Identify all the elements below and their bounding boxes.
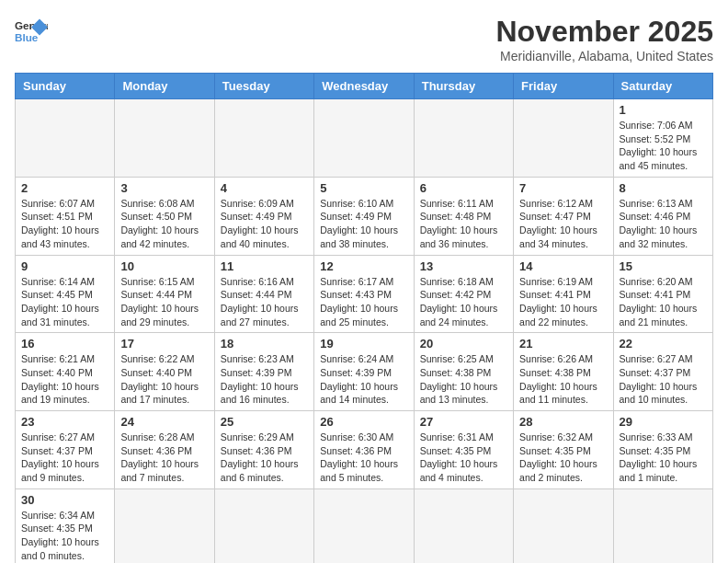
calendar-cell [115,488,214,563]
day-info: Sunrise: 6:12 AM Sunset: 4:47 PM Dayligh… [519,197,607,251]
weekday-header-wednesday: Wednesday [314,74,414,99]
day-info: Sunrise: 6:17 AM Sunset: 4:43 PM Dayligh… [320,275,407,329]
page-header: General Blue November 2025 Meridianville… [15,15,713,63]
day-number: 18 [221,337,308,350]
calendar-cell: 17Sunrise: 6:22 AM Sunset: 4:40 PM Dayli… [115,333,214,411]
calendar-week-row: 1Sunrise: 7:06 AM Sunset: 5:52 PM Daylig… [16,99,713,178]
calendar-cell [414,99,513,178]
day-number: 5 [320,181,407,195]
calendar-cell: 4Sunrise: 6:09 AM Sunset: 4:49 PM Daylig… [214,177,313,255]
day-number: 1 [620,103,707,117]
calendar-cell: 18Sunrise: 6:23 AM Sunset: 4:39 PM Dayli… [214,333,313,411]
day-info: Sunrise: 6:34 AM Sunset: 4:35 PM Dayligh… [21,509,108,563]
calendar-cell: 21Sunrise: 6:26 AM Sunset: 4:38 PM Dayli… [514,333,613,411]
day-info: Sunrise: 6:21 AM Sunset: 4:40 PM Dayligh… [21,352,108,407]
calendar-cell: 9Sunrise: 6:14 AM Sunset: 4:45 PM Daylig… [16,255,115,333]
day-info: Sunrise: 6:22 AM Sunset: 4:40 PM Dayligh… [120,352,208,407]
calendar-cell: 15Sunrise: 6:20 AM Sunset: 4:41 PM Dayli… [613,255,712,333]
day-info: Sunrise: 6:29 AM Sunset: 4:36 PM Dayligh… [221,431,308,485]
calendar-cell: 29Sunrise: 6:33 AM Sunset: 4:35 PM Dayli… [613,411,712,489]
month-title: November 2025 [495,15,713,49]
day-number: 30 [21,493,108,507]
day-number: 14 [519,259,607,273]
day-number: 24 [120,415,208,429]
day-number: 20 [420,337,507,350]
calendar-cell: 19Sunrise: 6:24 AM Sunset: 4:39 PM Dayli… [314,333,414,411]
day-info: Sunrise: 6:18 AM Sunset: 4:42 PM Dayligh… [420,275,507,329]
calendar-cell [115,99,214,178]
day-number: 25 [221,415,308,429]
day-number: 8 [620,181,707,195]
day-info: Sunrise: 6:31 AM Sunset: 4:35 PM Dayligh… [420,431,507,485]
day-number: 12 [320,259,407,273]
calendar-cell: 23Sunrise: 6:27 AM Sunset: 4:37 PM Dayli… [16,411,115,489]
day-info: Sunrise: 6:13 AM Sunset: 4:46 PM Dayligh… [620,197,707,251]
calendar-cell: 30Sunrise: 6:34 AM Sunset: 4:35 PM Dayli… [16,488,115,563]
day-number: 17 [120,337,208,350]
day-info: Sunrise: 6:08 AM Sunset: 4:50 PM Dayligh… [120,197,208,251]
day-info: Sunrise: 6:16 AM Sunset: 4:44 PM Dayligh… [221,275,308,329]
day-number: 16 [21,337,108,350]
calendar-cell: 3Sunrise: 6:08 AM Sunset: 4:50 PM Daylig… [115,177,214,255]
calendar-cell [214,488,313,563]
day-number: 28 [519,415,607,429]
day-info: Sunrise: 6:28 AM Sunset: 4:36 PM Dayligh… [120,431,208,485]
day-info: Sunrise: 6:23 AM Sunset: 4:39 PM Dayligh… [221,352,308,407]
day-info: Sunrise: 6:11 AM Sunset: 4:48 PM Dayligh… [420,197,507,251]
day-number: 15 [620,259,707,273]
calendar-cell [414,488,513,563]
day-number: 27 [420,415,507,429]
day-info: Sunrise: 6:26 AM Sunset: 4:38 PM Dayligh… [519,352,607,407]
calendar-cell: 24Sunrise: 6:28 AM Sunset: 4:36 PM Dayli… [115,411,214,489]
weekday-header-tuesday: Tuesday [214,74,313,99]
day-info: Sunrise: 6:14 AM Sunset: 4:45 PM Dayligh… [21,275,108,329]
day-info: Sunrise: 6:07 AM Sunset: 4:51 PM Dayligh… [21,197,108,251]
calendar-week-row: 9Sunrise: 6:14 AM Sunset: 4:45 PM Daylig… [16,255,713,333]
calendar-cell: 20Sunrise: 6:25 AM Sunset: 4:38 PM Dayli… [414,333,513,411]
weekday-header-saturday: Saturday [613,74,712,99]
day-number: 26 [320,415,407,429]
calendar-cell: 13Sunrise: 6:18 AM Sunset: 4:42 PM Dayli… [414,255,513,333]
weekday-header-row: SundayMondayTuesdayWednesdayThursdayFrid… [16,74,713,99]
day-info: Sunrise: 6:24 AM Sunset: 4:39 PM Dayligh… [320,352,407,407]
calendar-table: SundayMondayTuesdayWednesdayThursdayFrid… [15,73,713,563]
calendar-cell: 27Sunrise: 6:31 AM Sunset: 4:35 PM Dayli… [414,411,513,489]
day-number: 9 [21,259,108,273]
calendar-cell: 10Sunrise: 6:15 AM Sunset: 4:44 PM Dayli… [115,255,214,333]
day-info: Sunrise: 6:32 AM Sunset: 4:35 PM Dayligh… [519,431,607,485]
day-number: 23 [21,415,108,429]
calendar-cell: 25Sunrise: 6:29 AM Sunset: 4:36 PM Dayli… [214,411,313,489]
day-number: 3 [120,181,208,195]
day-number: 19 [320,337,407,350]
day-info: Sunrise: 6:20 AM Sunset: 4:41 PM Dayligh… [620,275,707,329]
day-number: 22 [620,337,707,350]
logo-icon: General Blue [15,15,48,48]
calendar-cell: 12Sunrise: 6:17 AM Sunset: 4:43 PM Dayli… [314,255,414,333]
calendar-cell [613,488,712,563]
weekday-header-monday: Monday [115,74,214,99]
day-info: Sunrise: 6:27 AM Sunset: 4:37 PM Dayligh… [620,352,707,407]
calendar-cell: 2Sunrise: 6:07 AM Sunset: 4:51 PM Daylig… [16,177,115,255]
day-info: Sunrise: 6:19 AM Sunset: 4:41 PM Dayligh… [519,275,607,329]
calendar-cell [514,488,613,563]
day-info: Sunrise: 6:27 AM Sunset: 4:37 PM Dayligh… [21,431,108,485]
weekday-header-thursday: Thursday [414,74,513,99]
title-block: November 2025 Meridianville, Alabama, Un… [495,15,713,63]
calendar-cell [214,99,313,178]
day-number: 29 [620,415,707,429]
calendar-cell: 6Sunrise: 6:11 AM Sunset: 4:48 PM Daylig… [414,177,513,255]
calendar-cell: 7Sunrise: 6:12 AM Sunset: 4:47 PM Daylig… [514,177,613,255]
calendar-cell [314,488,414,563]
day-info: Sunrise: 6:33 AM Sunset: 4:35 PM Dayligh… [620,431,707,485]
calendar-week-row: 16Sunrise: 6:21 AM Sunset: 4:40 PM Dayli… [16,333,713,411]
day-number: 13 [420,259,507,273]
calendar-cell: 16Sunrise: 6:21 AM Sunset: 4:40 PM Dayli… [16,333,115,411]
location: Meridianville, Alabama, United States [495,49,713,63]
calendar-cell: 5Sunrise: 6:10 AM Sunset: 4:49 PM Daylig… [314,177,414,255]
calendar-cell [16,99,115,178]
day-number: 2 [21,181,108,195]
logo: General Blue [15,15,48,48]
day-number: 7 [519,181,607,195]
day-info: Sunrise: 6:10 AM Sunset: 4:49 PM Dayligh… [320,197,407,251]
day-info: Sunrise: 6:15 AM Sunset: 4:44 PM Dayligh… [120,275,208,329]
